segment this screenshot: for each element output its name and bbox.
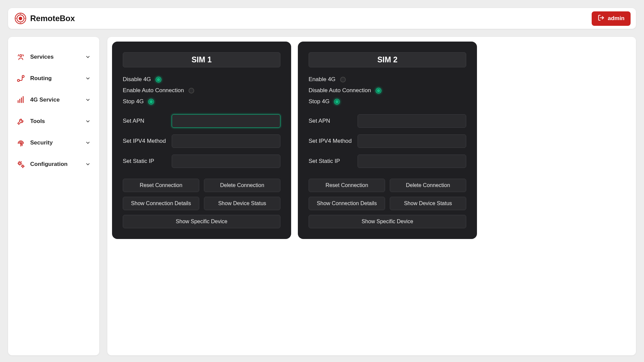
sidebar-item-label: Services	[30, 54, 80, 60]
chevron-down-icon	[85, 119, 91, 124]
svg-point-10	[22, 75, 24, 77]
toggle-label: Enable Auto Connection	[123, 87, 184, 94]
sim1-apn-row: Set APN	[123, 114, 280, 128]
services-icon	[17, 53, 25, 61]
field-label: Set IPV4 Method	[123, 138, 172, 144]
status-dot-icon	[376, 88, 381, 94]
sim2-toggle-auto-connection[interactable]: Disable Auto Connection	[309, 87, 466, 94]
sim1-ipv4-input[interactable]	[172, 134, 280, 148]
status-dot-icon	[334, 99, 340, 105]
sim1-reset-connection-button[interactable]: Reset Connection	[123, 179, 199, 192]
svg-point-8	[20, 55, 22, 57]
svg-point-2	[19, 17, 22, 20]
sidebar-item-routing[interactable]: Routing	[14, 68, 93, 89]
wrench-icon	[17, 117, 25, 125]
sim1-show-specific-device-button[interactable]: Show Specific Device	[123, 215, 280, 228]
field-label: Set IPV4 Method	[309, 138, 358, 144]
chevron-down-icon	[85, 76, 91, 81]
svg-point-16	[22, 166, 24, 167]
sidebar-item-tools[interactable]: Tools	[14, 111, 93, 132]
sidebar: Services Routing 4G Service Tools	[8, 37, 99, 355]
brand-logo-icon	[15, 13, 26, 24]
sim2-ipv4-input[interactable]	[358, 134, 466, 148]
logout-icon	[598, 14, 604, 23]
sim2-ipv4-row: Set IPV4 Method	[309, 134, 466, 148]
sim2-title: SIM 2	[309, 52, 466, 67]
sim1-show-device-status-button[interactable]: Show Device Status	[204, 197, 280, 210]
sidebar-item-label: Security	[30, 139, 80, 146]
status-dot-icon	[189, 88, 194, 94]
brand-name: RemoteBox	[30, 14, 75, 23]
sim2-show-specific-device-button[interactable]: Show Specific Device	[309, 215, 466, 228]
field-label: Set APN	[309, 118, 358, 124]
status-dot-icon	[148, 99, 154, 105]
fingerprint-icon	[17, 139, 25, 147]
sim1-toggle-auto-connection[interactable]: Enable Auto Connection	[123, 87, 280, 94]
sidebar-item-label: 4G Service	[30, 97, 80, 103]
status-dot-icon	[156, 77, 161, 82]
sidebar-item-label: Tools	[30, 118, 80, 125]
sim2-reset-connection-button[interactable]: Reset Connection	[309, 179, 385, 192]
sim2-static-ip-row: Set Static IP	[309, 155, 466, 168]
sim1-ipv4-row: Set IPV4 Method	[123, 134, 280, 148]
sim2-static-ip-input[interactable]	[358, 155, 466, 168]
admin-button[interactable]: admin	[592, 11, 631, 26]
sim2-button-grid: Reset Connection Delete Connection Show …	[309, 179, 466, 228]
sim1-show-connection-details-button[interactable]: Show Connection Details	[123, 197, 199, 210]
sim1-toggle-stop-4g[interactable]: Stop 4G	[123, 98, 280, 105]
sim2-apn-row: Set APN	[309, 114, 466, 128]
sim2-show-connection-details-button[interactable]: Show Connection Details	[309, 197, 385, 210]
sidebar-item-security[interactable]: Security	[14, 132, 93, 154]
sim1-button-grid: Reset Connection Delete Connection Show …	[123, 179, 280, 228]
sim2-show-device-status-button[interactable]: Show Device Status	[390, 197, 466, 210]
gears-icon	[17, 160, 25, 168]
chevron-down-icon	[85, 140, 91, 145]
sim1-apn-input[interactable]	[172, 114, 280, 128]
main-content: SIM 1 Disable 4G Enable Auto Connection …	[107, 37, 636, 355]
status-dot-icon	[340, 77, 346, 82]
sim2-card: SIM 2 Enable 4G Disable Auto Connection …	[298, 42, 477, 239]
field-label: Set APN	[123, 118, 172, 124]
sim1-card: SIM 1 Disable 4G Enable Auto Connection …	[112, 42, 291, 239]
field-label: Set Static IP	[123, 158, 172, 165]
toggle-label: Disable Auto Connection	[309, 87, 371, 94]
toggle-label: Stop 4G	[309, 98, 329, 105]
chevron-down-icon	[85, 97, 91, 103]
sim2-delete-connection-button[interactable]: Delete Connection	[390, 179, 466, 192]
toggle-label: Stop 4G	[123, 98, 144, 105]
sim2-toggle-stop-4g[interactable]: Stop 4G	[309, 98, 466, 105]
chevron-down-icon	[85, 54, 91, 60]
sidebar-item-label: Configuration	[30, 161, 80, 168]
workspace: Services Routing 4G Service Tools	[8, 37, 636, 355]
admin-label: admin	[608, 15, 625, 22]
sidebar-item-services[interactable]: Services	[14, 46, 93, 68]
sim1-static-ip-input[interactable]	[172, 155, 280, 168]
sim1-toggle-4g[interactable]: Disable 4G	[123, 76, 280, 83]
sim1-title: SIM 1	[123, 52, 280, 67]
signal-icon	[17, 96, 25, 104]
sim2-toggle-4g[interactable]: Enable 4G	[309, 76, 466, 83]
sidebar-item-4g-service[interactable]: 4G Service	[14, 89, 93, 111]
sidebar-item-label: Routing	[30, 75, 80, 82]
field-label: Set Static IP	[309, 158, 358, 165]
sim1-delete-connection-button[interactable]: Delete Connection	[204, 179, 280, 192]
sim1-static-ip-row: Set Static IP	[123, 155, 280, 168]
chevron-down-icon	[85, 162, 91, 167]
toggle-label: Disable 4G	[123, 76, 151, 83]
brand: RemoteBox	[15, 13, 75, 24]
sim2-apn-input[interactable]	[358, 114, 466, 128]
sidebar-item-configuration[interactable]: Configuration	[14, 154, 93, 175]
header-bar: RemoteBox admin	[8, 8, 636, 29]
routing-icon	[17, 74, 25, 82]
toggle-label: Enable 4G	[309, 76, 335, 83]
